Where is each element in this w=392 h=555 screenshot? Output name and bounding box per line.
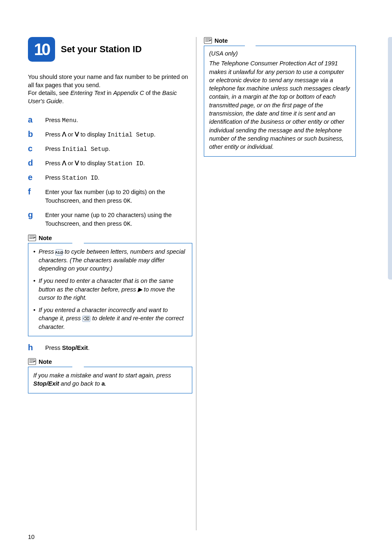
step-h-stopexit: Stop/Exit	[62, 345, 88, 351]
step-g: g Enter your name (up to 20 characters) …	[28, 210, 192, 229]
note1-item-2: • If you need to enter a character that …	[33, 277, 187, 302]
note2-ref-a: a	[101, 380, 105, 387]
note1-item-1: • Press A1@ to cycle between letters, nu…	[33, 247, 187, 273]
column-divider	[196, 37, 196, 530]
note-block-1: Note • Press A1@ to cycle between letter…	[28, 234, 192, 336]
left-column: 10 Set your Station ID You should store …	[28, 37, 192, 400]
note-box-2: If you make a mistake and want to start …	[28, 367, 192, 393]
step-h-t1: Press	[45, 345, 62, 351]
step-letter-e: e	[28, 173, 36, 183]
step-letter-g: g	[28, 210, 36, 229]
note2-t2: and go back to	[59, 380, 101, 387]
intro-line2g: .	[62, 98, 64, 104]
step-b: b Press ᐱ or ᐯ to display Initial Setup.	[28, 130, 192, 139]
note-head-right: Note	[204, 37, 356, 44]
note-block-2: Note If you make a mistake and want to s…	[28, 358, 192, 393]
step-letter-a: a	[28, 115, 36, 125]
step-letter-d: d	[28, 158, 36, 168]
note-head-2: Note	[28, 358, 192, 365]
step-header: 10 Set your Station ID	[28, 37, 192, 62]
note-right-body: The Telephone Consumer Protection Act of…	[209, 59, 350, 151]
step-d-t1: Press	[45, 160, 62, 166]
step-e-t1: Press	[45, 174, 62, 181]
note1-item-3: • If you entered a character incorrectly…	[33, 306, 187, 331]
step-a-menu: Menu	[62, 117, 76, 124]
step-h: h Press Stop/Exit.	[28, 343, 192, 352]
note-icon	[28, 358, 36, 365]
page: 10 Set your Station ID You should store …	[0, 0, 392, 555]
note-label-2: Note	[39, 358, 52, 365]
page-number: 10	[28, 534, 35, 540]
step-f-t2: .	[131, 197, 132, 204]
step-letter-f: f	[28, 187, 36, 206]
note-right-usa: (USA only)	[209, 49, 350, 58]
page-edge-tab	[388, 37, 392, 280]
bullet-icon: •	[33, 277, 35, 302]
step-e-body: Press Station ID.	[45, 173, 192, 183]
step-b-initial-setup: Initial Setup	[107, 132, 154, 138]
chevron-down-icon: ᐯ	[75, 130, 79, 139]
step-c-initial-setup: Initial Setup	[62, 146, 108, 153]
step-b-t3: to display	[79, 131, 107, 138]
step-a-body: Press Menu.	[45, 115, 192, 125]
note-label-right: Note	[214, 37, 228, 44]
steps-list-2: h Press Stop/Exit.	[28, 343, 192, 352]
step-c-t1: Press	[45, 146, 62, 152]
step-d-body: Press ᐱ or ᐯ to display Station ID.	[45, 158, 192, 168]
chevron-up-icon: ᐱ	[62, 159, 66, 168]
step-d-t3: to display	[79, 160, 107, 166]
note2-t3: .	[105, 380, 106, 387]
note-box-1: • Press A1@ to cycle between letters, nu…	[28, 243, 192, 336]
intro-paragraph: You should store your name and fax numbe…	[28, 73, 192, 105]
note-icon	[204, 37, 212, 44]
step-c-t2: .	[108, 146, 110, 152]
step-e-station-id: Station ID	[62, 175, 98, 181]
step-letter-c: c	[28, 144, 36, 154]
n1i1-pre: Press	[39, 248, 55, 255]
step-e: e Press Station ID.	[28, 173, 192, 183]
delete-key-icon: ⌫	[82, 316, 90, 322]
step-g-t2: .	[131, 220, 132, 227]
step-f: f Enter your fax number (up to 20 digits…	[28, 187, 192, 206]
note-label-1: Note	[39, 235, 52, 241]
right-column: Note (USA only) The Telephone Consumer P…	[204, 37, 356, 400]
note2-t1: If you make a mistake and want to start …	[33, 372, 171, 379]
step-g-body: Enter your name (up to 20 characters) us…	[45, 210, 192, 229]
step-letter-h: h	[28, 343, 36, 352]
columns: 10 Set your Station ID You should store …	[28, 37, 371, 400]
intro-line2e: of the	[144, 90, 162, 96]
step-b-t2: or	[66, 131, 75, 138]
step-d-t2: or	[66, 160, 75, 166]
note-list-1: • Press A1@ to cycle between letters, nu…	[33, 247, 187, 331]
step-f-body: Enter your fax number (up to 20 digits) …	[45, 187, 192, 206]
step-g-ok: OK	[123, 221, 130, 227]
step-d: d Press ᐱ or ᐯ to display Station ID.	[28, 158, 192, 168]
step-b-body: Press ᐱ or ᐯ to display Initial Setup.	[45, 130, 192, 139]
steps-list: a Press Menu. b Press ᐱ or ᐯ to display …	[28, 115, 192, 229]
step-letter-b: b	[28, 130, 36, 139]
step-title: Set your Station ID	[61, 44, 142, 55]
intro-line2a: For details, see	[28, 90, 70, 96]
step-f-t1: Enter your fax number (up to 20 digits) …	[45, 189, 165, 204]
intro-ref-entering-text: Entering Text	[70, 90, 105, 96]
bullet-icon: •	[33, 247, 35, 273]
step-a-t1: Press	[45, 117, 62, 123]
note-head-1: Note	[28, 234, 192, 241]
step-d-station-id: Station ID	[107, 160, 143, 167]
step-f-ok: OK	[123, 198, 130, 204]
chevron-up-icon: ᐱ	[62, 130, 66, 139]
step-a: a Press Menu.	[28, 115, 192, 125]
step-b-t4: .	[154, 131, 156, 138]
triangle-right-icon: ▶	[138, 285, 142, 294]
step-h-t2: .	[88, 345, 90, 351]
bullet-icon: •	[33, 306, 35, 331]
intro-line2c: in	[105, 90, 113, 96]
step-c: c Press Initial Setup.	[28, 144, 192, 154]
step-number-badge: 10	[28, 37, 55, 62]
step-g-t1: Enter your name (up to 20 characters) us…	[45, 212, 172, 227]
step-c-body: Press Initial Setup.	[45, 144, 192, 154]
step-d-t4: .	[143, 160, 145, 166]
step-b-t1: Press	[45, 131, 62, 138]
note-box-right: (USA only) The Telephone Consumer Protec…	[204, 46, 356, 157]
intro-line1: You should store your name and fax numbe…	[28, 74, 188, 88]
